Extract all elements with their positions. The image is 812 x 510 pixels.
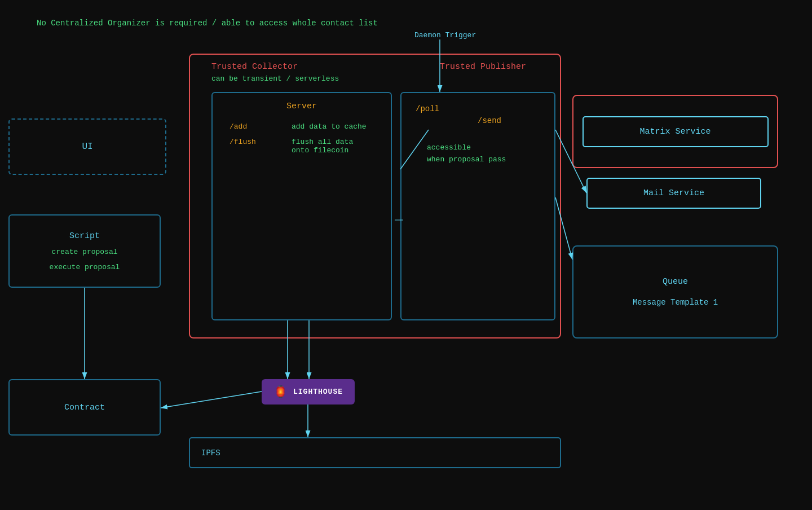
- publisher-accessible: accessiblewhen proposal pass: [427, 142, 529, 166]
- lighthouse-box: 🏮 LIGHTHOUSE: [262, 379, 355, 405]
- ipfs-label: IPFS: [201, 449, 220, 458]
- ui-box-label: UI: [82, 142, 92, 152]
- trusted-publisher-label: Trusted Publisher: [440, 62, 526, 72]
- queue-template: Message Template 1: [633, 298, 718, 307]
- server-route-flush: /flush flush all data onto filecoin: [230, 138, 374, 155]
- mail-service-label: Mail Service: [643, 188, 704, 198]
- matrix-service-inner: Matrix Service: [582, 116, 769, 147]
- server-cmd-flush: /flush: [230, 138, 269, 155]
- matrix-service-label: Matrix Service: [639, 127, 710, 137]
- queue-box: Queue Message Template 1: [572, 245, 778, 338]
- server-desc-add: add data to cache: [292, 122, 367, 131]
- publisher-send: /send: [478, 116, 543, 125]
- server-desc-flush: flush all data onto filecoin: [292, 138, 374, 155]
- mail-service-box: Mail Service: [586, 178, 761, 209]
- server-box: Server /add add data to cache /flush flu…: [211, 92, 392, 320]
- script-item-2: execute proposal: [50, 263, 120, 271]
- lighthouse-icon: 🏮: [273, 385, 288, 399]
- ipfs-box: IPFS: [189, 437, 561, 468]
- server-cmd-add: /add: [230, 122, 269, 131]
- script-box: Script create proposal execute proposal: [8, 214, 161, 288]
- diagram: No Centralized Organizer is required / a…: [0, 0, 812, 510]
- publisher-poll: /poll: [416, 104, 540, 113]
- trusted-collector-subtitle: can be transient / serverless: [211, 74, 339, 83]
- server-route-add: /add add data to cache: [230, 122, 374, 131]
- contract-label: Contract: [64, 403, 105, 412]
- trusted-collector-title: Trusted Collector: [211, 62, 298, 72]
- contract-box: Contract: [8, 379, 161, 436]
- server-title: Server: [221, 102, 382, 111]
- daemon-trigger-label: Daemon Trigger: [414, 31, 476, 39]
- script-item-1: create proposal: [51, 248, 117, 256]
- queue-title: Queue: [663, 277, 688, 287]
- script-title: Script: [69, 231, 100, 241]
- lighthouse-label: LIGHTHOUSE: [293, 388, 343, 396]
- ui-box: UI: [8, 118, 166, 175]
- svg-line-6: [161, 392, 262, 408]
- matrix-service-outer: Matrix Service: [572, 95, 778, 168]
- publisher-box: /poll /send accessiblewhen proposal pass: [400, 92, 555, 320]
- top-note: No Centralized Organizer is required / a…: [37, 19, 378, 28]
